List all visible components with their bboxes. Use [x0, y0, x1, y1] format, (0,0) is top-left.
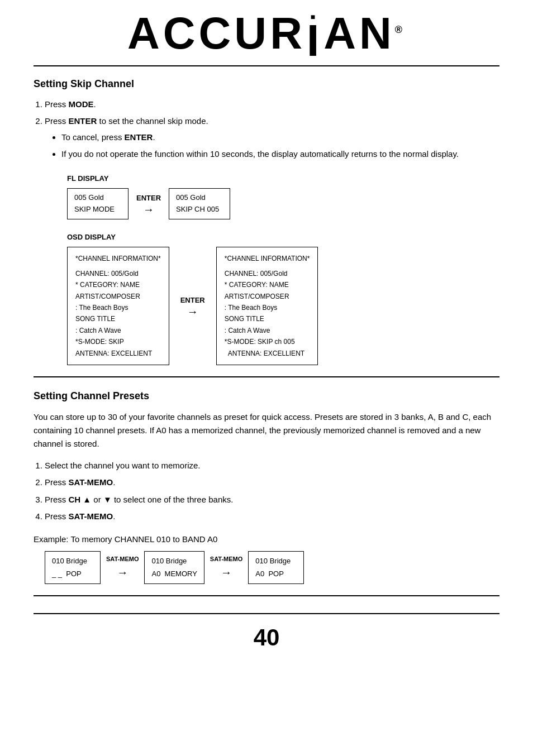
fl-arrow-icon: → — [143, 204, 154, 215]
example-label: Example: To memory CHANNEL 010 to BAND A… — [34, 533, 499, 546]
sat-memo-2: SAT-MEMO → — [210, 554, 242, 581]
osd-after-beachboys: : The Beach Boys — [225, 302, 310, 313]
osd-before-song-title: SONG TITLE — [75, 313, 161, 324]
fl-enter-label: ENTER — [136, 193, 161, 204]
osd-before-box: *CHANNEL INFORMATION* CHANNEL: 005/Gold … — [67, 247, 169, 365]
sat-memo-1-arrow: → — [117, 564, 128, 581]
step-2-bullets: To cancel, press ENTER. If you do not op… — [61, 131, 499, 161]
sat-memo-1: SAT-MEMO → — [106, 554, 139, 581]
bullet-1: To cancel, press ENTER. — [61, 131, 499, 144]
page-number: 40 — [34, 613, 499, 655]
preset-box-1-line1: 010 Bridge — [52, 555, 93, 567]
fl-before-line1: 005 Gold — [74, 192, 121, 204]
step-2-bold: ENTER — [69, 116, 97, 126]
preset-box-3: 010 Bridge A0 POP — [248, 551, 304, 583]
channel-presets-title: Setting Channel Presets — [34, 389, 499, 404]
step-1: Press MODE. — [45, 98, 499, 111]
osd-enter-arrow: ENTER → — [180, 295, 205, 317]
osd-after-box: *CHANNEL INFORMATION* CHANNEL: 005/Gold … — [216, 247, 318, 365]
sat-memo-2-label: SAT-MEMO — [210, 554, 242, 564]
sat-memo-1-label: SAT-MEMO — [106, 554, 139, 564]
fl-display-label: FL DISPLAY — [67, 173, 499, 184]
preset-steps-list: Select the channel you want to memorize.… — [45, 460, 499, 523]
osd-after-song-title: SONG TITLE — [225, 313, 310, 324]
preset-box-2-line2: A0 MEMORY — [151, 568, 197, 580]
preset-step-2: Press SAT-MEMO. — [45, 476, 499, 489]
fl-after-box: 005 Gold SKIP CH 005 — [169, 188, 230, 219]
skip-channel-steps: Press MODE. Press ENTER to set the chann… — [45, 98, 499, 161]
preset-step-3: Press CH ▲ or ▼ to select one of the thr… — [45, 494, 499, 506]
preset-description: You can store up to 30 of your favorite … — [34, 410, 499, 451]
preset-step-4: Press SAT-MEMO. — [45, 510, 499, 523]
osd-after-smode: *S-MODE: SKIP ch 005 — [225, 336, 310, 347]
fl-display-row: 005 Gold SKIP MODE ENTER → 005 Gold SKIP… — [67, 188, 499, 219]
osd-after-header: *CHANNEL INFORMATION* — [225, 253, 310, 264]
osd-after-category: * CATEGORY: NAME — [225, 279, 310, 290]
preset-box-3-line2: A0 POP — [255, 568, 297, 580]
osd-after-antenna: ANTENNA: EXCELLIENT — [225, 348, 310, 359]
preset-step-1: Select the channel you want to memorize. — [45, 460, 499, 472]
osd-after-song: : Catch A Wave — [225, 325, 310, 336]
osd-display-label: OSD DISPLAY — [67, 232, 499, 243]
step-1-bold: MODE — [69, 99, 94, 109]
fl-enter-arrow: ENTER → — [136, 193, 161, 215]
osd-before-header: *CHANNEL INFORMATION* — [75, 253, 161, 264]
bottom-divider — [34, 595, 499, 596]
osd-before-antenna: ANTENNA: EXCELLIENT — [75, 348, 161, 359]
preset-box-2-line1: 010 Bridge — [151, 555, 197, 567]
osd-before-artist: ARTIST/COMPOSER — [75, 291, 161, 302]
osd-enter-label: ENTER — [180, 295, 205, 306]
fl-after-line2: SKIP CH 005 — [176, 204, 223, 216]
page-header: ACCUR ■ I AN® — [34, 11, 499, 66]
preset-flow-row: 010 Bridge _ _ POP SAT-MEMO → 010 Bridge… — [45, 551, 499, 583]
preset-box-3-line1: 010 Bridge — [255, 555, 297, 567]
fl-before-line2: SKIP MODE — [74, 204, 121, 216]
fl-before-box: 005 Gold SKIP MODE — [67, 188, 129, 219]
section-divider — [34, 376, 499, 377]
osd-display-row: *CHANNEL INFORMATION* CHANNEL: 005/Gold … — [67, 247, 499, 365]
logo: ACCUR ■ I AN® — [34, 11, 499, 61]
skip-channel-title: Setting Skip Channel — [34, 76, 499, 92]
step-2: Press ENTER to set the channel skip mode… — [45, 115, 499, 161]
osd-before-song: : Catch A Wave — [75, 325, 161, 336]
fl-after-line1: 005 Gold — [176, 192, 223, 204]
osd-arrow-icon: → — [187, 306, 198, 317]
channel-presets-section: Setting Channel Presets You can store up… — [34, 389, 499, 584]
sat-memo-2-arrow: → — [221, 564, 232, 581]
osd-after-artist: ARTIST/COMPOSER — [225, 291, 310, 302]
osd-before-beachboys: : The Beach Boys — [75, 302, 161, 313]
bullet-2: If you do not operate the function withi… — [61, 148, 499, 161]
skip-channel-section: Setting Skip Channel Press MODE. Press E… — [34, 76, 499, 365]
osd-before-smode: *S-MODE: SKIP — [75, 336, 161, 347]
preset-box-2: 010 Bridge A0 MEMORY — [144, 551, 204, 583]
preset-box-1-line2: _ _ POP — [52, 568, 93, 580]
osd-after-channel: CHANNEL: 005/Gold — [225, 268, 310, 279]
osd-before-channel: CHANNEL: 005/Gold — [75, 268, 161, 279]
osd-before-category: * CATEGORY: NAME — [75, 279, 161, 290]
preset-box-1: 010 Bridge _ _ POP — [45, 551, 101, 583]
